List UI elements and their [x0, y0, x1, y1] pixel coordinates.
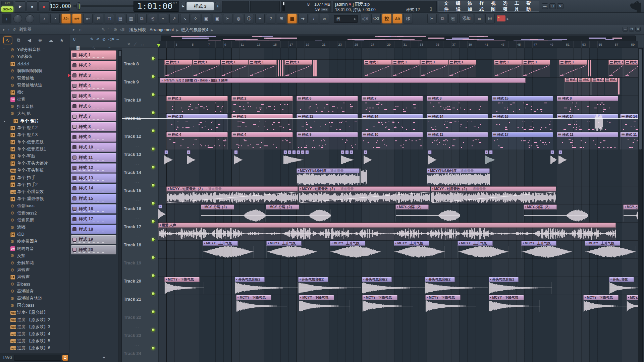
menu-编辑[interactable]: 编辑: [453, 0, 465, 12]
browser-item[interactable]: ⚙背景铺地: [0, 75, 69, 82]
playlist-icon[interactable]: ▦: [287, 14, 297, 23]
close-button[interactable]: ✕: [557, 3, 564, 9]
piano-roll-icon[interactable]: ⊞: [277, 14, 286, 23]
pattern-cell-4[interactable]: 样式 4: [71, 81, 116, 90]
slip-tool-icon[interactable]: ✎: [90, 37, 94, 42]
cut-tool-icon[interactable]: ✕: [127, 42, 130, 47]
track-mute-led[interactable]: [151, 328, 155, 332]
pattern-clip[interactable]: 样式 11: [557, 132, 618, 149]
track-mute-led[interactable]: [151, 57, 155, 60]
browser-item[interactable]: ⚙咚咚带回音: [0, 238, 69, 245]
info-icon[interactable]: ⓘ: [245, 14, 254, 23]
automation-clip[interactable]: ∿Param. EQ 2 (插槽 2) - Bass - 频段 1 频率: [160, 78, 526, 83]
browser-item[interactable]: mp3单个-心跳音效: [0, 188, 69, 195]
pattern-clip[interactable]: 样式 4: [231, 132, 293, 149]
track-mute-led[interactable]: [151, 238, 155, 241]
oneshot-clip[interactable]: ⏴: [428, 150, 437, 166]
audio-clip[interactable]: ⏴MCY..分隔（2）: [395, 204, 460, 222]
metronome-icon[interactable]: ◔: [50, 14, 60, 23]
pattern-new-button[interactable]: +: [100, 355, 108, 360]
cart-icon[interactable]: ⛁: [485, 14, 495, 23]
browser-item[interactable]: 单个-开头大镲片: [0, 160, 69, 167]
pattern-clip[interactable]: 样式 2: [166, 96, 228, 113]
pattern-clip[interactable]: 样式 11: [620, 132, 638, 149]
menu-帮助[interactable]: 帮助: [524, 0, 536, 12]
pattern-clip[interactable]: 样式 14: [427, 114, 488, 131]
browser-item[interactable]: 单个-镲片3: [0, 131, 69, 138]
delete-tool-icon[interactable]: ⊘: [102, 37, 106, 42]
audio-clip[interactable]: ⏴MCYY ..上升气氛: [458, 241, 508, 258]
pattern-clip[interactable]: 样式 1: [625, 60, 638, 77]
pattern-clip[interactable]: 样式 12: [297, 114, 358, 131]
playlist-restore-button[interactable]: ❐: [629, 27, 634, 32]
browser-item[interactable]: ⚙啊啊啊啊啊啊: [0, 68, 69, 75]
stop-button[interactable]: ■: [26, 1, 38, 11]
pencil-icon[interactable]: ✎: [102, 27, 105, 32]
clip-sliver[interactable]: [280, 60, 281, 76]
audio-clip[interactable]: ⏴MCYY - 下降气氛: [489, 295, 540, 312]
browser-item[interactable]: ⚙副bass: [0, 281, 69, 288]
step-edit-icon[interactable]: ⊟: [94, 14, 103, 23]
pattern-clip[interactable]: 样式 1: [494, 60, 522, 77]
audio-clip[interactable]: ⏴开头..音效: [609, 277, 638, 294]
main-volume-slider[interactable]: [73, 5, 142, 7]
track-mute-led[interactable]: [151, 147, 155, 151]
browser-item[interactable]: ⚙Y鼓和弦: [0, 53, 69, 60]
pattern-prev-button[interactable]: ▶: [181, 2, 186, 10]
browser-item[interactable]: 单个-军鼓: [0, 153, 69, 160]
redo-icon[interactable]: ↘: [180, 14, 190, 23]
pattern-clip[interactable]: 样式 15: [492, 96, 553, 113]
pattern-clip[interactable]: 样式 1: [522, 60, 550, 77]
browser-item[interactable]: ⚙高潮扯音: [0, 288, 69, 295]
cut-icon[interactable]: ✂: [223, 14, 232, 23]
zoom-icon[interactable]: ⊙: [114, 27, 117, 32]
audio-clip[interactable]: ⏴MCYY ..上升气氛: [203, 241, 254, 258]
oneshot-clip[interactable]: ⏴: [164, 150, 173, 166]
undo-icon[interactable]: ↗: [169, 14, 179, 23]
pattern-cell-19[interactable]: 样式 19: [71, 235, 116, 244]
ctrl-icon[interactable]: 控: [382, 14, 391, 23]
picker-menu-icon[interactable]: ▸: [73, 27, 75, 32]
audio-clip[interactable]: ⏴MCYY ..上升气氛: [394, 241, 445, 258]
browser-item[interactable]: ⚙低音贝斯: [0, 217, 69, 224]
browser-item[interactable]: mp3过度-【原乡鼓】6: [0, 345, 69, 352]
pattern-clip[interactable]: 样式 14: [620, 114, 638, 131]
track-name-track-17[interactable]: Track 17: [124, 224, 141, 229]
search-icon[interactable]: [62, 355, 68, 361]
pattern-selector[interactable]: 样式 3: [186, 2, 214, 10]
oneshot-clip[interactable]: ⏴⏴⏴: [341, 150, 354, 166]
pattern-clip[interactable]: 样式 1: [565, 78, 577, 95]
audio-clip[interactable]: ⏴MCYY - 下降气氛: [164, 277, 204, 294]
up-icon[interactable]: ↑: [8, 28, 10, 32]
pattern-cell-8[interactable]: 样式 8: [71, 122, 116, 131]
pattern-cell-5[interactable]: 样式 5: [71, 91, 116, 101]
browser-tab-sounds[interactable]: ◀: [25, 36, 34, 44]
browser-item[interactable]: 擦c: [0, 89, 69, 96]
pattern-clip[interactable]: 样式 1: [193, 60, 220, 77]
browser-item[interactable]: ⚙背景铺地轨道: [0, 82, 69, 89]
pattern-clip[interactable]: 样式 1: [392, 60, 420, 77]
menu-样式[interactable]: 样式: [477, 0, 489, 12]
preview-speaker-icon[interactable]: ◁‖: [120, 27, 124, 32]
tempo-display[interactable]: 132.000▲▼: [51, 2, 70, 11]
restore-button[interactable]: ❐: [549, 3, 556, 9]
move-icon[interactable]: 移: [404, 14, 413, 23]
track-name-track-13[interactable]: Track 13: [124, 152, 141, 157]
paste2-icon[interactable]: ⎘: [448, 14, 458, 23]
pattern-clip[interactable]: 样式 6: [297, 96, 358, 113]
browser-item[interactable]: mp3过度-【原乡鼓】2: [0, 316, 69, 323]
track-name-track-15[interactable]: Track 15: [124, 188, 141, 193]
pattern-clip[interactable]: 样式 17: [492, 132, 553, 149]
browser-item[interactable]: ⚙低音bass2: [0, 210, 69, 217]
browser-item[interactable]: 掂D: [0, 231, 69, 238]
master-pitch-knob[interactable]: [25, 14, 34, 23]
pattern-cell-20[interactable]: 样式 20: [71, 245, 116, 254]
track-mute-led[interactable]: [151, 183, 155, 187]
overdub-icon[interactable]: ≡+: [72, 14, 82, 23]
record-button[interactable]: ●: [38, 1, 50, 11]
track-name-track-19[interactable]: Track 19: [124, 260, 141, 265]
cut2-icon[interactable]: ✂: [427, 14, 437, 23]
pattern-clip[interactable]: 样式 14: [362, 114, 423, 131]
alt-icon[interactable]: Alt: [393, 14, 402, 23]
channel-rack-icon[interactable]: ▤: [116, 14, 125, 23]
